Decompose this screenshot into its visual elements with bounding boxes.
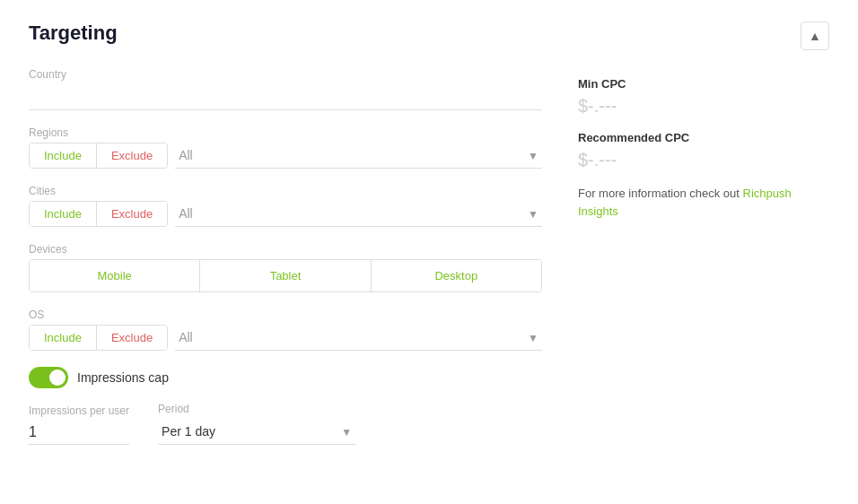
device-mobile-btn[interactable]: Mobile [30, 260, 200, 291]
collapse-button[interactable]: ▲ [801, 22, 829, 50]
min-cpc-value: $-.--- [578, 96, 829, 117]
device-tablet-btn[interactable]: Tablet [200, 260, 371, 291]
country-input[interactable] [29, 84, 542, 110]
regions-exclude-btn[interactable]: Exclude [97, 143, 167, 168]
os-dropdown[interactable]: All [175, 325, 542, 351]
cities-exclude-btn[interactable]: Exclude [97, 202, 167, 226]
recommended-cpc-value: $-.--- [578, 150, 829, 170]
header-row: Targeting ▲ [29, 22, 829, 50]
cities-label: Cities [29, 185, 542, 197]
left-panel: Country Regions Include Exclude All ▼ [29, 68, 542, 445]
impressions-per-user-field: Impressions per user 1 [29, 404, 129, 445]
period-label: Period [158, 403, 355, 415]
regions-dropdown-wrapper: All ▼ [175, 143, 542, 169]
chevron-up-icon: ▲ [809, 29, 821, 43]
country-label: Country [29, 68, 542, 81]
country-field-group: Country [29, 68, 542, 110]
min-cpc-label: Min CPC [578, 77, 829, 91]
devices-field-group: Devices Mobile Tablet Desktop [29, 243, 542, 292]
devices-row: Mobile Tablet Desktop [29, 259, 542, 292]
regions-toggle-group: Include Exclude [29, 143, 168, 169]
cities-toggle-row: Include Exclude All ▼ [29, 201, 542, 227]
devices-label: Devices [29, 243, 542, 256]
impressions-cap-row: Impressions cap [29, 367, 542, 388]
cities-dropdown-wrapper: All ▼ [175, 201, 542, 227]
impressions-cap-toggle[interactable] [29, 367, 68, 388]
os-toggle-row: Include Exclude All ▼ [29, 325, 542, 351]
device-desktop-btn[interactable]: Desktop [372, 260, 541, 291]
os-dropdown-wrapper: All ▼ [175, 325, 542, 351]
cities-dropdown[interactable]: All [175, 201, 542, 227]
os-label: OS [29, 308, 542, 321]
page-title: Targeting [29, 22, 118, 45]
period-dropdown-wrapper: Per 1 day ▼ [158, 419, 355, 445]
targeting-page: Targeting ▲ Country Regions Include Excl… [0, 0, 858, 504]
impressions-config-row: Impressions per user 1 Period Per 1 day … [29, 403, 542, 445]
impressions-per-user-value: 1 [29, 421, 129, 445]
period-dropdown[interactable]: Per 1 day [158, 419, 355, 445]
impressions-cap-label: Impressions cap [77, 370, 169, 385]
info-text-prefix: For more information check out [578, 187, 743, 200]
right-panel: Min CPC $-.--- Recommended CPC $-.--- Fo… [578, 68, 829, 445]
regions-field-group: Regions Include Exclude All ▼ [29, 126, 542, 169]
period-field: Period Per 1 day ▼ [158, 403, 355, 445]
regions-label: Regions [29, 126, 542, 139]
regions-include-btn[interactable]: Include [30, 143, 97, 168]
os-include-btn[interactable]: Include [30, 326, 97, 350]
recommended-cpc-label: Recommended CPC [578, 131, 829, 144]
regions-toggle-row: Include Exclude All ▼ [29, 143, 542, 169]
os-exclude-btn[interactable]: Exclude [97, 326, 167, 350]
regions-dropdown[interactable]: All [175, 143, 542, 169]
os-toggle-group: Include Exclude [29, 325, 168, 351]
cities-toggle-group: Include Exclude [29, 201, 168, 227]
os-field-group: OS Include Exclude All ▼ [29, 308, 542, 351]
content-area: Country Regions Include Exclude All ▼ [29, 68, 829, 445]
cities-include-btn[interactable]: Include [30, 202, 97, 226]
info-text: For more information check out RichpushI… [578, 185, 829, 220]
impressions-per-user-label: Impressions per user [29, 404, 129, 417]
cities-field-group: Cities Include Exclude All ▼ [29, 185, 542, 227]
